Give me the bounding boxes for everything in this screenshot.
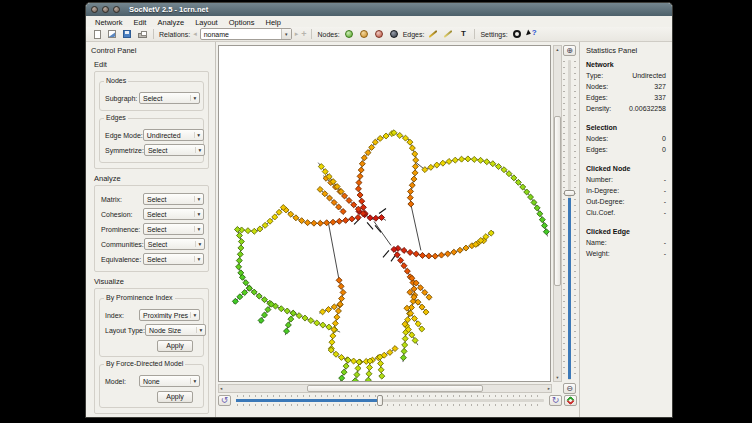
visualize-section-box: By Prominence Index Index: Proximity Pre… (94, 288, 209, 414)
new-network-button[interactable] (91, 28, 103, 40)
force-apply-button[interactable]: Apply (157, 391, 193, 403)
save-network-button[interactable] (121, 28, 133, 40)
next-relation-icon[interactable]: ▸ (295, 30, 299, 38)
chevron-down-icon: ▾ (194, 256, 203, 262)
chevron-down-icon: ▾ (190, 95, 199, 101)
remove-edge-button[interactable] (442, 28, 454, 40)
symmetrize-label: Symmetrize: (103, 147, 144, 154)
rotate-left-icon: ↺ (221, 396, 229, 405)
gear-icon (513, 30, 521, 38)
titlebar[interactable]: SocNetV 2.5 - 1crn.net (86, 3, 672, 16)
network-stats-section: Network Type:Undirected Nodes:327 Edges:… (586, 61, 666, 114)
menu-analyze[interactable]: Analyze (157, 18, 184, 27)
menu-network[interactable]: Network (95, 18, 123, 27)
stat-label: In-Degree: (586, 185, 619, 196)
graph-canvas[interactable] (218, 45, 551, 382)
communities-select[interactable]: Select ▾ (144, 238, 205, 250)
horizontal-scrollbar[interactable]: ◂ ▸ (218, 384, 552, 393)
menu-help[interactable]: Help (266, 18, 281, 27)
vertical-scrollbar-handle[interactable] (554, 116, 561, 286)
chevron-down-icon: ▾ (194, 132, 203, 138)
clicked-edge-header: Clicked Edge (586, 228, 666, 235)
rotation-slider-ticks (237, 404, 543, 406)
zoom-out-button[interactable]: ⊖ (563, 383, 576, 394)
zoom-slider-handle[interactable] (564, 190, 575, 196)
edges-group-title: Edges (104, 114, 128, 121)
previous-relation-icon[interactable]: ◂ (193, 30, 197, 38)
settings-button[interactable] (511, 28, 523, 40)
scroll-down-icon[interactable]: ▾ (554, 375, 561, 380)
node-properties-button[interactable] (388, 28, 400, 40)
filter-edges-button[interactable]: T (457, 28, 469, 40)
stat-value: - (664, 196, 666, 207)
rotation-slider-handle[interactable] (377, 395, 383, 406)
index-label: Index: (103, 312, 124, 319)
symmetrize-select[interactable]: Select ▾ (144, 144, 205, 156)
cohesion-select[interactable]: Select ▾ (143, 208, 204, 220)
remove-node-button[interactable] (358, 28, 370, 40)
whats-this-button[interactable]: ? (526, 28, 538, 40)
rotation-slider-fill (236, 399, 381, 402)
scroll-left-icon[interactable]: ◂ (220, 385, 222, 392)
stat-value: - (664, 185, 666, 196)
settings-label: Settings: (480, 31, 507, 38)
add-edge-pencil-icon (429, 30, 438, 38)
stat-value: 0.00632258 (629, 103, 666, 114)
add-node-button[interactable] (343, 28, 355, 40)
stat-value: 0 (662, 133, 666, 144)
stat-value: 337 (654, 92, 666, 103)
stat-label: Clu.Coef. (586, 207, 615, 218)
window-maximize-button[interactable] (113, 6, 120, 13)
model-select[interactable]: None ▾ (139, 375, 200, 387)
index-select[interactable]: Proximity Pres ▾ (139, 309, 200, 321)
scroll-up-icon[interactable]: ▴ (554, 47, 561, 52)
edit-section-box: Nodes Subgraph: Select ▾ Edges Edge M (94, 71, 209, 169)
window-close-button[interactable] (91, 6, 98, 13)
nodes-label: Nodes: (317, 31, 339, 38)
window-title: SocNetV 2.5 - 1crn.net (129, 5, 208, 14)
edge-mode-select[interactable]: Undirected ▾ (143, 129, 204, 141)
menu-layout[interactable]: Layout (195, 18, 218, 27)
node-properties-icon (390, 30, 398, 38)
model-label: Model: (103, 378, 126, 385)
menu-options[interactable]: Options (229, 18, 255, 27)
window-minimize-button[interactable] (102, 6, 109, 13)
prominence-apply-button[interactable]: Apply (157, 340, 193, 352)
statistics-panel-title: Statistics Panel (586, 46, 666, 55)
chevron-down-icon: ▾ (196, 327, 205, 333)
print-network-button[interactable] (136, 28, 148, 40)
equivalence-label: Equivalence: (99, 256, 141, 263)
zoom-in-button[interactable]: ⊕ (563, 45, 576, 56)
rotate-left-button[interactable]: ↺ (218, 395, 231, 406)
prominence-select[interactable]: Select ▾ (143, 223, 204, 235)
selection-stats-section: Selection Nodes:0 Edges:0 (586, 124, 666, 155)
matrix-select[interactable]: Select ▾ (143, 193, 204, 205)
stat-value: - (664, 207, 666, 218)
toolbar-separator (153, 29, 154, 39)
layout-type-label: Layout Type: (103, 327, 145, 334)
add-edge-button[interactable] (427, 28, 439, 40)
chevron-down-icon: ▾ (194, 196, 203, 202)
zoom-slider[interactable] (563, 58, 576, 382)
reset-view-button[interactable] (564, 395, 577, 406)
scroll-right-icon[interactable]: ▸ (548, 385, 550, 392)
rotate-right-button[interactable]: ↻ (549, 395, 562, 406)
visualize-section-label: Visualize (94, 277, 215, 286)
vertical-scrollbar[interactable]: ▴ ▾ (553, 45, 562, 382)
rotation-slider[interactable] (234, 395, 546, 406)
add-relation-icon[interactable]: + (301, 29, 306, 39)
remove-edge-pencil-icon (444, 30, 453, 38)
toolbar: Relations: ◂ noname ▾ ▸ + Nodes: Edges: … (86, 27, 672, 42)
equivalence-select[interactable]: Select ▾ (143, 253, 204, 265)
stat-label: Weight: (586, 248, 610, 259)
open-network-button[interactable] (106, 28, 118, 40)
subgraph-select[interactable]: Select ▾ (139, 92, 200, 104)
layout-type-select[interactable]: Node Size ▾ (145, 324, 206, 336)
help-cursor-icon: ? (527, 29, 537, 39)
relation-combobox[interactable]: noname ▾ (200, 28, 292, 40)
horizontal-scrollbar-handle[interactable] (307, 385, 483, 392)
chevron-down-icon[interactable]: ▾ (281, 29, 291, 39)
menu-edit[interactable]: Edit (134, 18, 147, 27)
network-graph[interactable] (219, 46, 550, 381)
find-node-button[interactable] (373, 28, 385, 40)
